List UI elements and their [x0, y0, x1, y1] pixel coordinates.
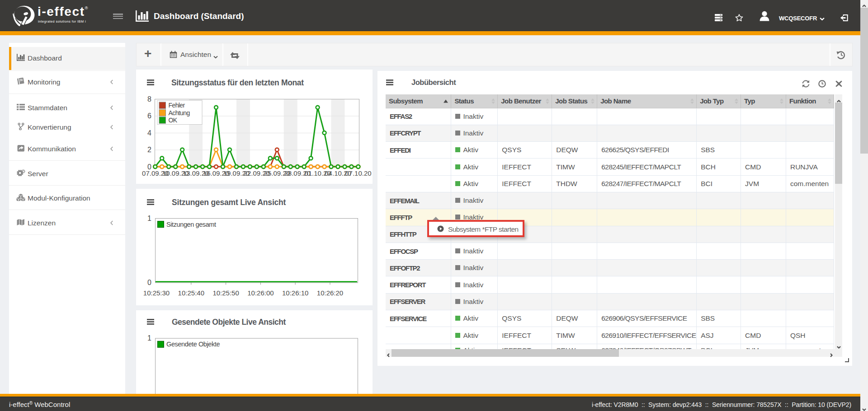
- svg-text:1: 1: [147, 215, 151, 222]
- svg-text:OK: OK: [169, 117, 178, 124]
- svg-text:Fehler: Fehler: [169, 102, 185, 109]
- svg-text:10:25:40: 10:25:40: [178, 289, 204, 297]
- svg-text:Sitzungen gesamt: Sitzungen gesamt: [166, 221, 216, 228]
- svg-text:0: 0: [147, 279, 151, 286]
- svg-text:07.10.20: 07.10.20: [345, 169, 371, 177]
- svg-text:6: 6: [147, 112, 151, 120]
- svg-text:8: 8: [147, 95, 151, 103]
- svg-text:Achtung: Achtung: [169, 109, 190, 117]
- svg-text:10:26:00: 10:26:00: [247, 289, 274, 297]
- svg-text:1: 1: [147, 334, 151, 342]
- svg-text:Gesendete Objekte: Gesendete Objekte: [166, 341, 220, 348]
- svg-text:10:26:10: 10:26:10: [282, 289, 308, 297]
- svg-text:4: 4: [147, 129, 151, 137]
- svg-text:10:26:20: 10:26:20: [317, 289, 343, 297]
- svg-text:10:25:50: 10:25:50: [212, 289, 239, 297]
- svg-text:2: 2: [147, 146, 151, 154]
- svg-text:10:25:30: 10:25:30: [143, 289, 170, 297]
